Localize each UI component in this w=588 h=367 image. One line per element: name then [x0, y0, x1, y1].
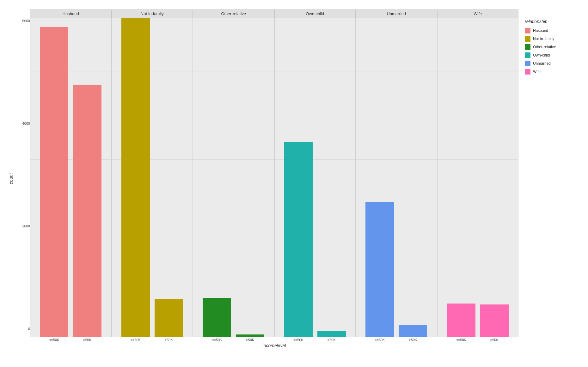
bar-or-gt50k: [236, 334, 264, 337]
facet-title-not-in-family: Not-in-family: [112, 9, 193, 18]
legend-item-not-in-family: Not-in-family: [525, 36, 577, 42]
legend-title: relationship: [525, 19, 577, 24]
x-label-or-le50k: <=50K: [203, 338, 231, 342]
x-label-nif-gt50k: >50K: [155, 338, 183, 342]
legend-item-husband: Husband: [525, 28, 577, 33]
facet-title-unmarried: Unmarried: [356, 9, 437, 18]
facet-plot-other-relative: [193, 18, 274, 337]
legend-label-unmarried: Unmarried: [533, 61, 551, 66]
bar-um-le50k: [365, 202, 394, 337]
x-label-oc-le50k: <=50K: [284, 338, 313, 342]
legend-swatch-other-relative: [525, 44, 530, 50]
bars-not-in-family: [112, 18, 193, 337]
x-label-husband-le50k: <=50K: [40, 338, 68, 342]
legend: relationship Husband Not-in-family Other…: [518, 9, 582, 348]
facet-plot-wife: [437, 18, 519, 337]
legend-item-own-child: Own-child: [525, 52, 577, 58]
x-label-oc-gt50k: >50K: [317, 338, 346, 342]
legend-label-other-relative: Other-relative: [533, 45, 556, 49]
facet-title-own-child: Own-child: [274, 9, 356, 18]
legend-swatch-husband: [525, 28, 530, 33]
facet-plot-husband: [30, 18, 112, 337]
facet-plot-not-in-family: [112, 18, 193, 337]
legend-swatch-not-in-family: [525, 36, 530, 42]
x-labels-oc: <=50K >50K: [274, 338, 356, 342]
x-label-husband-gt50k: >50K: [73, 338, 101, 342]
bar-nif-le50k: [121, 18, 150, 337]
legend-swatch-unmarried: [525, 61, 530, 66]
x-axis-title: incomelevel: [30, 342, 518, 348]
y-tick-6000: 6000: [22, 19, 30, 23]
x-label-w-le50k: <=50K: [447, 338, 475, 342]
plots-row: [30, 18, 518, 337]
x-labels-or: <=50K >50K: [193, 338, 274, 342]
x-label-um-le50k: <=50K: [365, 338, 394, 342]
bar-or-le50k: [203, 298, 231, 337]
x-label-or-gt50k: >50K: [236, 338, 264, 342]
bar-husband-gt50k: [73, 85, 101, 337]
x-label-um-gt50k: >50K: [399, 338, 427, 342]
bar-w-le50k: [447, 304, 475, 337]
legend-swatch-own-child: [525, 52, 530, 58]
legend-label-wife: Wife: [533, 69, 541, 74]
bar-husband-le50k: [40, 27, 68, 337]
bars-unmarried: [356, 18, 437, 337]
bar-w-gt50k: [480, 304, 509, 337]
main-chart-area: Husband Not-in-family Other-relative Own…: [30, 9, 518, 348]
bar-oc-gt50k: [317, 331, 346, 337]
x-labels-w: <=50K >50K: [437, 338, 519, 342]
bars-other-relative: [193, 18, 274, 337]
bars-own-child: [275, 18, 356, 337]
legend-swatch-wife: [525, 69, 530, 75]
x-labels-husband: <=50K >50K: [30, 338, 112, 342]
y-tick-2000: 2000: [22, 224, 30, 228]
legend-label-husband: Husband: [533, 28, 548, 33]
facet-title-husband: Husband: [30, 9, 112, 18]
legend-item-wife: Wife: [525, 69, 577, 75]
y-axis-labels: 6000 4000 2000 0: [16, 9, 30, 348]
bars-wife: [438, 18, 518, 337]
legend-label-own-child: Own-child: [533, 53, 550, 57]
chart-root: count 6000 4000 2000 0 Husband Not-in-fa…: [0, 0, 588, 367]
legend-item-unmarried: Unmarried: [525, 61, 577, 66]
bars-husband: [30, 18, 111, 337]
y-axis-title: count: [9, 173, 14, 184]
x-label-nif-le50k: <=50K: [121, 338, 150, 342]
facet-title-other-relative: Other-relative: [193, 9, 274, 18]
x-labels-row: <=50K >50K <=50K >50K <=50K >50K <=50K >…: [30, 338, 518, 342]
facet-title-wife: Wife: [437, 9, 519, 18]
facet-plot-unmarried: [356, 18, 437, 337]
facet-plot-own-child: [274, 18, 356, 337]
legend-item-other-relative: Other-relative: [525, 44, 577, 50]
y-axis-title-container: count: [6, 9, 16, 348]
y-tick-4000: 4000: [22, 122, 30, 125]
x-label-w-gt50k: >50K: [480, 338, 509, 342]
bar-oc-le50k: [284, 142, 313, 337]
x-labels-nif: <=50K >50K: [112, 338, 193, 342]
facet-titles-row: Husband Not-in-family Other-relative Own…: [30, 9, 518, 18]
legend-label-not-in-family: Not-in-family: [533, 37, 554, 41]
bar-um-gt50k: [399, 325, 427, 337]
bar-nif-gt50k: [155, 299, 183, 337]
x-labels-um: <=50K >50K: [356, 338, 437, 342]
